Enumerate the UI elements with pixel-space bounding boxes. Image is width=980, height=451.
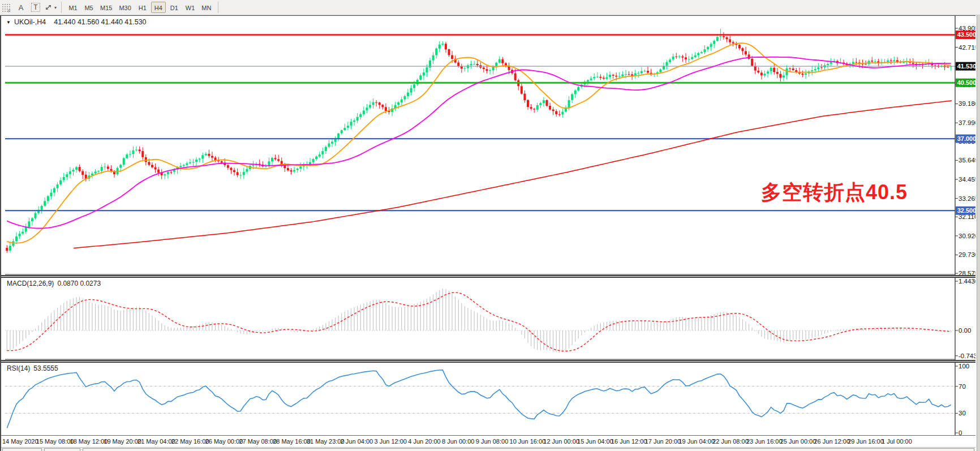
candle-body (287, 168, 289, 170)
candle-body (63, 177, 65, 180)
candle-body (205, 154, 207, 155)
timeframe-button-m5[interactable]: M5 (81, 2, 96, 13)
toolbar-drag-handle[interactable]: F (2, 3, 10, 12)
candle-body (934, 65, 936, 66)
rsi-tick-label: 30 (958, 410, 966, 416)
price-tick-label: 34.455 (958, 176, 975, 183)
candle-body (599, 77, 601, 78)
candle-body (397, 102, 399, 105)
candle-body (713, 41, 715, 44)
candle-body (779, 74, 781, 78)
time-axis-label: 23 Jun 16:00 (746, 438, 783, 445)
candle-body (593, 77, 595, 78)
candle-body (157, 170, 160, 173)
candle-body (141, 151, 144, 157)
candle-body (221, 161, 223, 163)
chart-ohlc-readout: ▼ UKOil-,H4 41.440 41.560 41.440 41.530 (6, 18, 147, 26)
candle-body (827, 64, 829, 65)
candle-body (379, 102, 381, 105)
candle-body (947, 67, 949, 67)
time-axis-label: 19 Jun 04:00 (678, 438, 715, 445)
candle-body (385, 107, 387, 111)
candle-body (164, 174, 166, 175)
candle-body (372, 102, 375, 105)
candle-body (770, 68, 772, 71)
rsi-indicator-panel[interactable]: 10070300 (1, 363, 975, 435)
candle-body (590, 79, 592, 80)
candle-body (271, 158, 273, 161)
candle-body (612, 75, 614, 76)
candle-body (432, 55, 435, 61)
time-axis-label: 3 Jun 12:00 (374, 438, 407, 445)
candle-body (726, 37, 728, 39)
candle-body (170, 172, 172, 173)
candle-body (403, 96, 406, 100)
rsi-tick-label: 0 (958, 429, 962, 435)
candle-body (902, 62, 905, 63)
chart-symbol-timeframe: UKOil-,H4 (14, 18, 46, 26)
text-box-tool-button[interactable]: T (29, 2, 42, 14)
price-tick-label: 29.730 (958, 251, 975, 258)
candle-body (59, 181, 62, 184)
text-label-tool-button[interactable]: A (15, 2, 27, 14)
macd-indicator-panel[interactable]: 1.44360.00-0.7431 (1, 278, 975, 360)
price-badge-label: 32.500 (957, 207, 975, 214)
candle-body (104, 167, 106, 167)
candle-body (887, 61, 889, 62)
timeframe-button-w1[interactable]: W1 (183, 2, 198, 13)
timeframe-button-d1[interactable]: D1 (167, 2, 182, 13)
candle-body (792, 68, 794, 70)
candle-body (237, 172, 239, 175)
candle-body (647, 71, 649, 72)
candle-body (15, 237, 18, 241)
time-axis-label: 15 May 08:00 (36, 438, 74, 445)
candle-body (476, 64, 479, 65)
candle-body (811, 70, 813, 71)
timeframe-button-m1[interactable]: M1 (66, 2, 80, 13)
candle-body (893, 60, 895, 61)
chart-annotation-text: 多空转折点40.5 (761, 179, 908, 207)
bottom-panel-stub[interactable] (83, 448, 974, 451)
time-axis-label: 4 Jun 20:00 (408, 438, 441, 445)
mt4-terminal: F A T ▾ M1M5M15M30H1H4D1W1MN 43.90542.71… (0, 0, 980, 451)
time-axis-label: 31 May 23:00 (307, 438, 345, 445)
candle-body (110, 169, 112, 171)
collapse-chart-icon[interactable]: ▼ (6, 20, 11, 25)
candle-body (539, 103, 541, 105)
window-right-gutter (977, 15, 980, 451)
candle-body (637, 73, 639, 74)
timeframe-button-m15[interactable]: M15 (97, 2, 115, 13)
candle-body (707, 47, 709, 49)
arrow-objects-button[interactable]: ▾ (44, 2, 57, 14)
bottom-tab-stub[interactable] (2, 448, 42, 451)
candle-body (252, 165, 255, 166)
timeframe-button-m30[interactable]: M30 (116, 2, 134, 13)
candle-body (533, 109, 535, 109)
bottom-tab-stub[interactable] (44, 448, 80, 451)
rsi-tick-label: 100 (958, 363, 969, 370)
time-axis-label: 22 May 16:00 (171, 438, 209, 445)
rsi-name: RSI(14) (7, 364, 30, 372)
timeframe-button-h4[interactable]: H4 (151, 2, 166, 13)
candle-body (195, 160, 197, 162)
price-tick-label: 42.715 (958, 44, 975, 51)
candle-body (407, 92, 409, 96)
candle-body (618, 76, 621, 77)
macd-tick-label: 0.00 (958, 327, 971, 334)
main-price-chart[interactable]: 43.90542.71541.52540.37039.18037.99036.8… (1, 16, 975, 275)
time-axis-label: 10 Jun 16:00 (510, 438, 546, 445)
candle-body (321, 151, 324, 154)
macd-name: MACD(12,26,9) (7, 280, 54, 287)
time-axis-label: 27 May 08:00 (239, 438, 277, 445)
candle-body (274, 158, 277, 159)
candle-body (189, 162, 191, 164)
price-tick-label: 28.575 (958, 270, 975, 275)
timeframe-button-mn[interactable]: MN (199, 2, 214, 13)
candle-body (587, 80, 589, 82)
candle-body (672, 57, 674, 59)
candle-body (495, 63, 497, 66)
time-axis[interactable]: 14 May 202015 May 08:0018 May 12:0019 Ma… (1, 435, 975, 448)
timeframe-button-h1[interactable]: H1 (135, 2, 150, 13)
candle-body (603, 78, 605, 79)
candle-body (413, 84, 415, 88)
